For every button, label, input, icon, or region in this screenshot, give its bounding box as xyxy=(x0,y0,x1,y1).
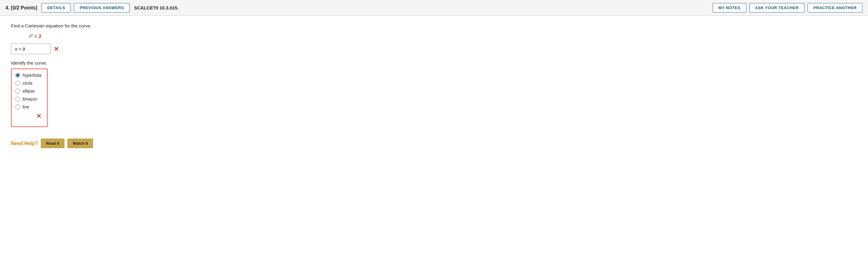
equation-rhs: 3 xyxy=(38,34,41,39)
radio-label-hyperbola: hyperbola xyxy=(23,73,41,78)
watch-it-button[interactable]: Watch It xyxy=(67,139,93,148)
details-button[interactable]: DETAILS xyxy=(41,3,71,12)
curve-radio-group: hyperbola circle ellipse limaçon line ✕ xyxy=(11,69,48,127)
radio-line[interactable] xyxy=(15,105,20,109)
equation-display: r2 = 3 xyxy=(29,33,857,39)
header-bar: 4. [0/2 Points] DETAILS PREVIOUS ANSWERS… xyxy=(0,0,868,16)
identify-label: Identify the curve. xyxy=(11,60,857,66)
question-number: 4. [0/2 Points] xyxy=(5,5,37,11)
instruction-text: Find a Cartesian equation for the curve. xyxy=(11,23,857,28)
cartesian-equation-input[interactable] xyxy=(11,43,51,54)
radio-option-line[interactable]: line xyxy=(15,105,41,109)
radio-hyperbola[interactable] xyxy=(15,73,20,78)
practice-another-button[interactable]: PRACTICE ANOTHER xyxy=(808,3,863,12)
equation-lhs: r2 = xyxy=(29,34,38,39)
ask-teacher-button[interactable]: ASK YOUR TEACHER xyxy=(749,3,805,12)
question-num-text: 4. xyxy=(5,5,9,10)
my-notes-button[interactable]: MY NOTES xyxy=(713,3,746,12)
radio-circle[interactable] xyxy=(15,81,20,85)
scalcet-label: SCALCET9 10.3.015. xyxy=(134,5,179,10)
need-help-row: Need Help? Read It Watch It xyxy=(11,139,857,148)
radio-ellipse[interactable] xyxy=(15,89,20,94)
radio-option-limacon[interactable]: limaçon xyxy=(15,97,41,101)
answer-incorrect-icon: ✕ xyxy=(54,45,59,53)
radio-incorrect-icon: ✕ xyxy=(36,112,41,120)
radio-label-ellipse: ellipse xyxy=(23,89,35,94)
read-it-button[interactable]: Read It xyxy=(41,139,64,148)
radio-limacon[interactable] xyxy=(15,97,20,101)
content-area: Find a Cartesian equation for the curve.… xyxy=(0,16,868,157)
radio-label-circle: circle xyxy=(23,81,33,85)
need-help-label: Need Help? xyxy=(11,141,38,146)
points-text: [0/2 Points] xyxy=(11,5,37,10)
answer-input-row: ✕ xyxy=(11,43,857,54)
radio-label-line: line xyxy=(23,105,29,109)
radio-option-circle[interactable]: circle xyxy=(15,81,41,85)
radio-incorrect-row: ✕ xyxy=(15,112,41,120)
radio-option-hyperbola[interactable]: hyperbola xyxy=(15,73,41,78)
previous-answers-button[interactable]: PREVIOUS ANSWERS xyxy=(74,3,130,12)
radio-label-limacon: limaçon xyxy=(23,97,37,101)
radio-option-ellipse[interactable]: ellipse xyxy=(15,89,41,94)
